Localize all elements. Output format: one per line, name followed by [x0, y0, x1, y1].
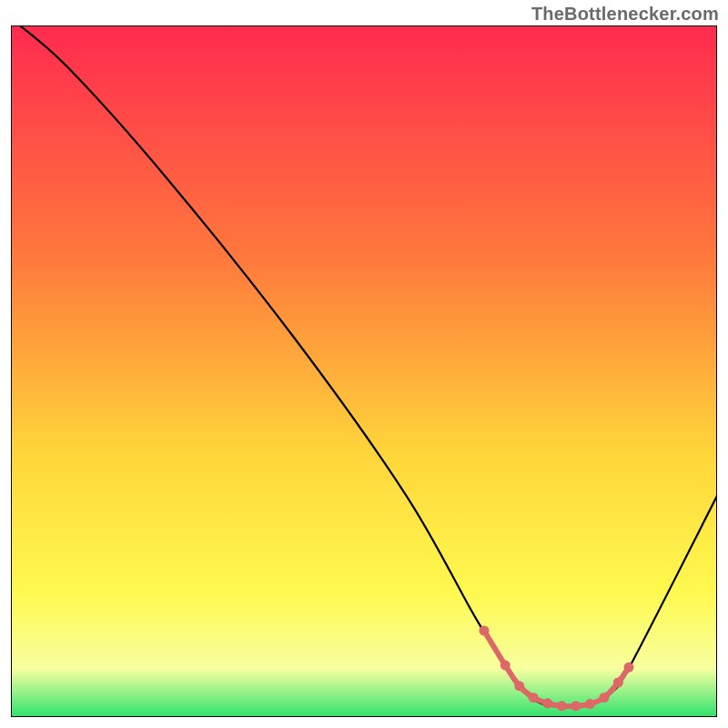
- optimal-range-marker: [599, 693, 609, 703]
- optimal-range-marker: [500, 661, 511, 671]
- optimal-range-marker: [514, 681, 524, 691]
- optimal-range-marker: [479, 626, 489, 636]
- gradient-background: [11, 25, 717, 717]
- optimal-range-marker: [585, 699, 595, 709]
- optimal-range-marker: [571, 701, 581, 711]
- optimal-range-marker: [529, 693, 539, 703]
- chart-svg: [11, 25, 717, 717]
- optimal-range-marker: [542, 698, 552, 708]
- attribution-text: TheBottlenecker.com: [531, 4, 719, 25]
- optimal-range-marker: [613, 678, 623, 688]
- optimal-range-marker: [624, 662, 634, 672]
- optimal-range-marker: [557, 701, 567, 711]
- bottleneck-chart: [11, 25, 717, 717]
